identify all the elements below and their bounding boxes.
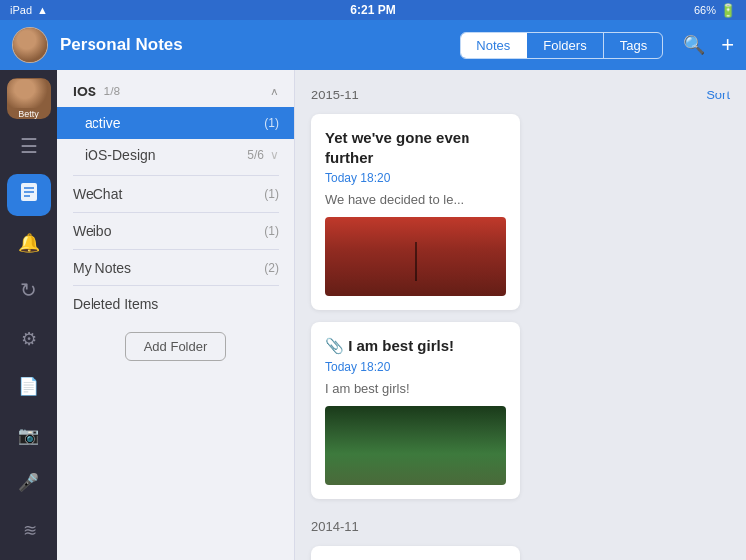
- mic-icon: 🎤: [18, 472, 39, 493]
- notes-grid-2015-11: Yet we've gone even further Today 18:20 …: [311, 114, 730, 499]
- sidebar-item-bell[interactable]: 🔔: [7, 222, 51, 264]
- note-title-1: Yet we've gone even further: [325, 128, 506, 167]
- folder-wechat[interactable]: WeChat (1): [57, 176, 294, 212]
- tab-notes[interactable]: Notes: [461, 33, 527, 58]
- tab-tags[interactable]: Tags: [604, 33, 662, 58]
- avatar[interactable]: [12, 27, 48, 63]
- header: Personal Notes Notes Folders Tags 🔍 +: [0, 20, 746, 70]
- subfolder-ios-design[interactable]: iOS-Design 5/6 ∨: [57, 139, 294, 171]
- chevron-down-icon: ∨: [270, 148, 279, 162]
- section-2015-11-title: 2015-11: [311, 88, 359, 102]
- paperclip-icon: 📎: [325, 337, 344, 354]
- note-title-2: 📎 I am best girls!: [325, 336, 506, 356]
- camera-icon: 📷: [18, 425, 39, 446]
- subfolder-ios-design-name: iOS-Design: [85, 147, 156, 163]
- sidebar-item-document[interactable]: 📄: [7, 366, 51, 408]
- add-folder-button[interactable]: Add Folder: [125, 332, 227, 361]
- sidebar-item-notes[interactable]: [7, 174, 51, 216]
- status-left: iPad ▲: [10, 4, 48, 16]
- sidebar-item-menu[interactable]: ☰: [7, 125, 51, 167]
- folder-ios-header[interactable]: IOS 1/8 ∧: [57, 74, 294, 107]
- folder-ios-count: 1/8: [100, 85, 120, 98]
- subfolder-active-name: active: [85, 115, 121, 131]
- sidebar-item-settings[interactable]: ⚙: [7, 317, 51, 359]
- sync-icon: ↻: [20, 279, 37, 302]
- notes-icon: [18, 181, 40, 208]
- sidebar-item-camera[interactable]: 📷: [7, 414, 51, 456]
- note-preview-1: We have decided to le...: [325, 191, 506, 209]
- sidebar-item-chart[interactable]: ≋: [7, 510, 51, 552]
- status-right: 66% 🔋: [694, 3, 736, 18]
- tab-folders[interactable]: Folders: [527, 33, 603, 58]
- folder-my-notes-name: My Notes: [73, 260, 131, 276]
- header-tabs: Notes Folders Tags: [460, 32, 663, 59]
- sidebar-item-sync[interactable]: ↻: [7, 270, 51, 311]
- menu-icon: ☰: [20, 134, 38, 158]
- left-panel-footer: Add Folder: [57, 322, 294, 371]
- section-2015-11-header: 2015-11 Sort: [311, 88, 730, 102]
- sidebar-item-mic[interactable]: 🎤: [7, 462, 51, 503]
- bell-icon: 🔔: [18, 232, 40, 254]
- section-2015-11: 2015-11 Sort Yet we've gone even further…: [311, 88, 730, 499]
- document-icon: 📄: [18, 376, 39, 397]
- main-layout: Betty ☰ 🔔 ↻ ⚙ 📄: [0, 70, 746, 560]
- battery-icon: 🔋: [720, 3, 736, 18]
- folder-list: IOS 1/8 ∧ active (1) iOS-Design 5/6 ∨: [57, 70, 294, 322]
- sidebar: Betty ☰ 🔔 ↻ ⚙ 📄: [0, 70, 57, 560]
- folder-my-notes-count: (2): [264, 261, 279, 275]
- sort-button[interactable]: Sort: [706, 88, 730, 102]
- section-2014-11: 2014-11 Why large domestic 2014-11-17 Wh…: [311, 519, 730, 560]
- wifi-icon: ▲: [37, 4, 48, 16]
- section-2014-11-header: 2014-11: [311, 519, 730, 534]
- add-icon[interactable]: +: [721, 32, 734, 58]
- folder-weibo-name: Weibo: [73, 223, 111, 239]
- battery-text: 66%: [694, 4, 716, 16]
- chevron-up-icon: ∧: [270, 85, 279, 98]
- folder-weibo-count: (1): [264, 224, 279, 238]
- note-date-1: Today 18:20: [325, 171, 506, 185]
- search-icon[interactable]: 🔍: [683, 34, 705, 56]
- paddle-image: [325, 217, 506, 296]
- app-title: Personal Notes: [60, 35, 448, 55]
- forest-image: [325, 406, 506, 485]
- notes-grid-2014-11: Why large domestic 2014-11-17 Why large …: [311, 546, 730, 560]
- sidebar-avatar-name: Betty: [18, 109, 39, 119]
- note-date-2: Today 18:20: [325, 360, 506, 374]
- folder-ios: IOS 1/8 ∧ active (1) iOS-Design 5/6 ∨: [57, 70, 294, 175]
- settings-icon: ⚙: [21, 328, 37, 350]
- folder-wechat-count: (1): [264, 187, 279, 201]
- subfolder-ios-design-count: 5/6: [247, 148, 264, 162]
- right-panel: 2015-11 Sort Yet we've gone even further…: [295, 70, 746, 560]
- note-image-2: [325, 406, 506, 485]
- status-time: 6:21 PM: [350, 3, 395, 17]
- note-image-1: [325, 217, 506, 296]
- folder-deleted-name: Deleted Items: [73, 296, 158, 312]
- status-bar: iPad ▲ 6:21 PM 66% 🔋: [0, 0, 746, 20]
- header-icons: 🔍 +: [683, 32, 734, 58]
- avatar-image: [13, 28, 47, 62]
- sidebar-avatar-image: [7, 79, 51, 108]
- subfolder-active[interactable]: active (1): [57, 107, 294, 139]
- note-card-3[interactable]: Why large domestic 2014-11-17 Why large …: [311, 546, 520, 560]
- section-2014-11-title: 2014-11: [311, 519, 359, 534]
- note-preview-2: I am best girls!: [325, 380, 506, 398]
- folder-deleted[interactable]: Deleted Items: [57, 286, 294, 322]
- folder-my-notes[interactable]: My Notes (2): [57, 250, 294, 285]
- folder-weibo[interactable]: Weibo (1): [57, 213, 294, 249]
- note-card-1[interactable]: Yet we've gone even further Today 18:20 …: [311, 114, 520, 310]
- folder-wechat-name: WeChat: [73, 186, 122, 202]
- subfolder-active-count: (1): [264, 116, 279, 130]
- chart-icon: ≋: [23, 520, 35, 541]
- left-panel: IOS 1/8 ∧ active (1) iOS-Design 5/6 ∨: [57, 70, 295, 560]
- folder-ios-name: IOS: [73, 84, 96, 99]
- sidebar-avatar[interactable]: Betty: [7, 78, 51, 119]
- note-card-2[interactable]: 📎 I am best girls! Today 18:20 I am best…: [311, 322, 520, 499]
- carrier-text: iPad: [10, 4, 32, 16]
- folder-ios-left: IOS 1/8: [73, 84, 120, 99]
